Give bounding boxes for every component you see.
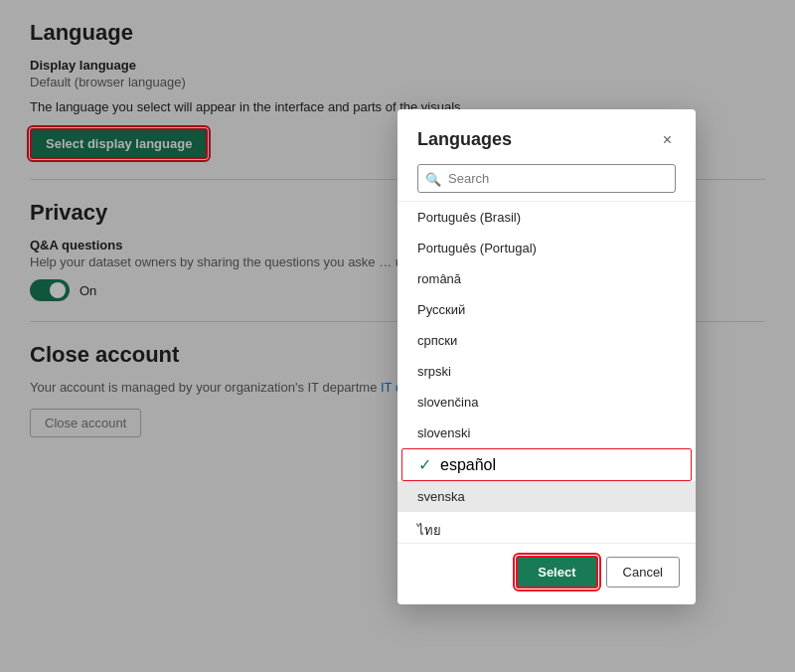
language-label: Русский (417, 302, 465, 317)
languages-modal: Languages × 🔍 Português (Brasil)Portuguê… (398, 109, 696, 604)
language-label: slovenčina (417, 395, 478, 410)
language-item[interactable]: Português (Portugal) (398, 233, 696, 263)
language-item[interactable]: română (398, 263, 696, 294)
select-button[interactable]: Select (516, 556, 597, 588)
language-label: ไทย (417, 520, 441, 539)
language-item[interactable]: svenska (398, 481, 696, 512)
language-label: română (417, 271, 461, 286)
modal-close-button[interactable]: × (659, 130, 676, 150)
language-label: српски (417, 333, 457, 348)
modal-header: Languages × (398, 129, 696, 164)
language-label: svenska (417, 489, 465, 504)
language-item[interactable]: slovenčina (398, 387, 696, 418)
modal-title: Languages (417, 129, 512, 150)
language-label: slovenski (417, 425, 470, 440)
language-item[interactable]: Português (Brasil) (398, 202, 696, 233)
language-item[interactable]: slovenski (398, 418, 696, 448)
search-box: 🔍 (417, 164, 676, 193)
cancel-button[interactable]: Cancel (606, 557, 680, 588)
language-item[interactable]: српски (398, 325, 696, 356)
checkmark-icon: ✓ (418, 455, 432, 474)
language-item[interactable]: Русский (398, 294, 696, 325)
language-label: Português (Portugal) (417, 241, 537, 255)
search-icon: 🔍 (425, 171, 441, 186)
language-item[interactable]: srpski (398, 356, 696, 387)
modal-footer: Select Cancel (398, 543, 696, 588)
language-item[interactable]: ไทย (398, 512, 696, 539)
language-label: Português (Brasil) (417, 210, 521, 225)
language-search-input[interactable] (417, 164, 676, 193)
language-label: español (440, 456, 496, 474)
language-list: Português (Brasil)Português (Portugal)ro… (398, 201, 696, 539)
language-item-selected[interactable]: ✓español (401, 448, 692, 481)
language-label: srpski (417, 364, 451, 379)
